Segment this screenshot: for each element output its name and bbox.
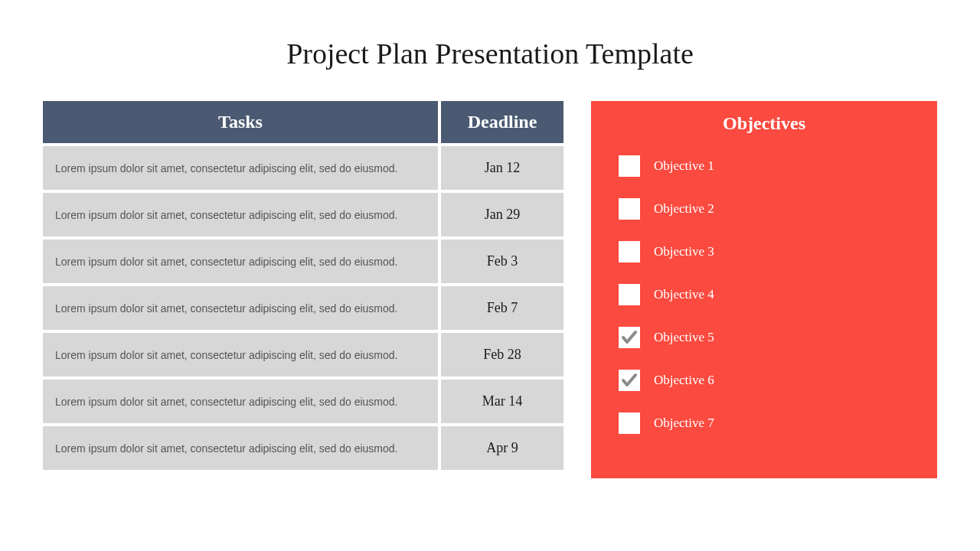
- deadline-cell: Apr 9: [441, 426, 564, 470]
- table-row: Lorem ipsum dolor sit amet, consectetur …: [43, 380, 564, 423]
- objective-item: Objective 4: [614, 284, 914, 305]
- deadline-cell: Feb 28: [441, 333, 564, 377]
- checkbox-icon: [619, 412, 640, 434]
- task-cell: Lorem ipsum dolor sit amet, consectetur …: [43, 240, 441, 283]
- checkbox-icon: [619, 284, 640, 305]
- deadline-cell: Feb 3: [441, 240, 564, 283]
- objective-item: Objective 7: [614, 412, 914, 434]
- task-cell: Lorem ipsum dolor sit amet, consectetur …: [43, 380, 441, 423]
- objective-item: Objective 3: [614, 241, 914, 262]
- deadline-cell: Feb 7: [441, 286, 564, 330]
- task-cell: Lorem ipsum dolor sit amet, consectetur …: [43, 286, 441, 330]
- objective-item: Objective 2: [614, 198, 914, 220]
- objective-label: Objective 4: [654, 287, 714, 302]
- deadline-header-label: Deadline: [441, 101, 564, 143]
- table-row: Lorem ipsum dolor sit amet, consectetur …: [43, 240, 564, 283]
- deadline-cell: Jan 12: [441, 146, 564, 190]
- slide-title: Project Plan Presentation Template: [0, 0, 980, 70]
- tasks-header-row: Tasks Deadline: [43, 101, 564, 143]
- checkbox-icon: [619, 241, 640, 262]
- checkbox-checked-icon: [619, 327, 640, 348]
- checkbox-checked-icon: [619, 370, 640, 391]
- objective-label: Objective 2: [654, 201, 714, 217]
- objective-label: Objective 6: [654, 373, 714, 388]
- tasks-panel: Tasks Deadline Lorem ipsum dolor sit ame…: [43, 101, 564, 478]
- objective-item: Objective 1: [614, 155, 914, 177]
- table-row: Lorem ipsum dolor sit amet, consectetur …: [43, 333, 564, 377]
- table-row: Lorem ipsum dolor sit amet, consectetur …: [43, 193, 564, 236]
- table-row: Lorem ipsum dolor sit amet, consectetur …: [43, 286, 564, 330]
- task-cell: Lorem ipsum dolor sit amet, consectetur …: [43, 146, 441, 190]
- objectives-panel: Objectives Objective 1 Objective 2 Objec…: [591, 101, 937, 478]
- table-row: Lorem ipsum dolor sit amet, consectetur …: [43, 426, 564, 470]
- objective-label: Objective 3: [654, 244, 714, 259]
- content-wrap: Tasks Deadline Lorem ipsum dolor sit ame…: [0, 70, 980, 478]
- task-cell: Lorem ipsum dolor sit amet, consectetur …: [43, 333, 441, 377]
- tasks-header-label: Tasks: [43, 101, 441, 143]
- objectives-title: Objectives: [614, 113, 914, 134]
- objective-label: Objective 1: [654, 158, 714, 174]
- task-cell: Lorem ipsum dolor sit amet, consectetur …: [43, 193, 441, 236]
- objective-item: Objective 5: [614, 327, 914, 348]
- objective-item: Objective 6: [614, 370, 914, 391]
- table-row: Lorem ipsum dolor sit amet, consectetur …: [43, 146, 564, 190]
- objective-label: Objective 5: [654, 330, 714, 345]
- deadline-cell: Mar 14: [441, 380, 564, 423]
- checkbox-icon: [619, 155, 640, 177]
- deadline-cell: Jan 29: [441, 193, 564, 236]
- objective-label: Objective 7: [654, 416, 714, 431]
- task-cell: Lorem ipsum dolor sit amet, consectetur …: [43, 426, 441, 470]
- checkbox-icon: [619, 198, 640, 220]
